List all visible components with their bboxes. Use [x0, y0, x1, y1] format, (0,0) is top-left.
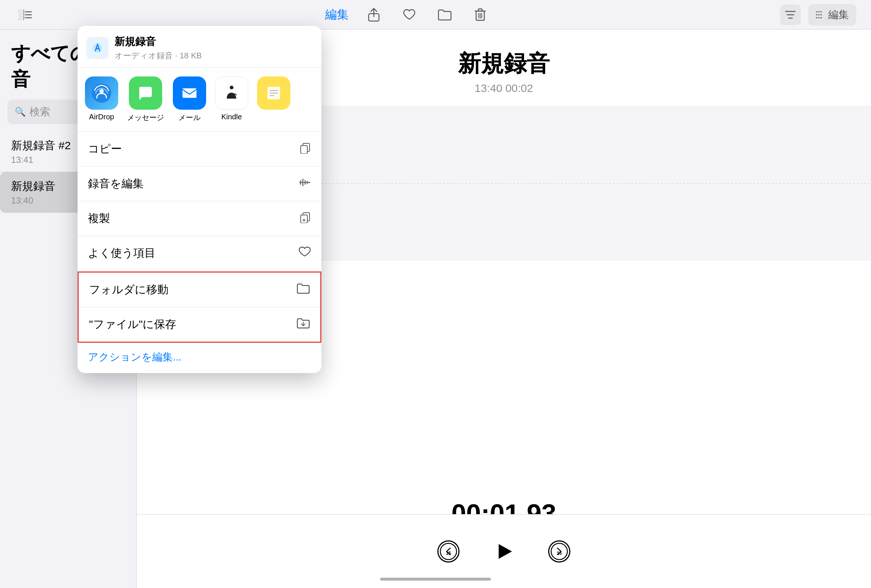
svg-text:15: 15: [446, 551, 451, 556]
favorite-button[interactable]: [399, 4, 420, 25]
mail-label: メール: [178, 113, 201, 123]
delete-button[interactable]: [470, 4, 491, 25]
action-duplicate[interactable]: 複製: [78, 201, 321, 236]
files-save-icon: [296, 318, 310, 331]
action-list: コピー 録音を編集: [78, 132, 321, 343]
app-icons-row: AirDrop メッセージ メール: [78, 67, 321, 132]
svg-point-31: [99, 89, 104, 93]
mail-icon: [173, 76, 206, 110]
home-bar: [380, 578, 491, 581]
share-popup: 新規録音 オーディオ録音 · 18 KB: [78, 26, 321, 373]
kindle-label: Kindle: [221, 113, 242, 121]
highlighted-actions-group: フォルダに移動 "ファイル"に保存: [78, 271, 321, 343]
folder-move-icon: [296, 283, 310, 296]
kindle-icon: [215, 76, 248, 110]
popup-file-name: 新規録音: [115, 35, 202, 49]
messages-label: メッセージ: [127, 113, 164, 123]
action-copy[interactable]: コピー: [78, 132, 321, 166]
app-item-airdrop[interactable]: AirDrop: [85, 76, 118, 123]
action-edit-recording[interactable]: 録音を編集: [78, 166, 321, 201]
sidebar-toggle-button[interactable]: [15, 4, 36, 25]
copy-icon: [299, 142, 311, 156]
toolbar-left: [15, 4, 36, 25]
messages-icon: [129, 76, 162, 110]
heart-icon: [298, 246, 311, 260]
play-button[interactable]: [491, 539, 517, 564]
share-button[interactable]: [364, 4, 384, 25]
edit-actions-link[interactable]: アクションを編集...: [78, 344, 321, 373]
folder-button[interactable]: [434, 4, 455, 25]
app-item-messages[interactable]: メッセージ: [127, 76, 164, 123]
edit-button[interactable]: 編集: [325, 7, 349, 23]
main-recording-title: 新規録音: [458, 48, 550, 79]
popup-file-icon: [87, 37, 109, 59]
search-icon: 🔍: [15, 107, 26, 117]
skip-forward-button[interactable]: 15: [546, 539, 572, 564]
top-toolbar: 編集: [0, 0, 871, 30]
popup-file-meta: オーディオ録音 · 18 KB: [115, 50, 202, 61]
skip-back-button[interactable]: 15: [436, 539, 461, 564]
waveform-edit-icon: [298, 177, 311, 190]
toolbar-center: 編集: [325, 4, 491, 25]
app-item-mail[interactable]: メール: [173, 76, 206, 123]
popup-file-info: 新規録音 オーディオ録音 · 18 KB: [115, 35, 202, 61]
recording-title-area: 新規録音 13:40 00:02: [458, 30, 550, 94]
filter-icon-button[interactable]: [780, 4, 801, 25]
action-move-to-folder[interactable]: フォルダに移動: [79, 272, 320, 307]
app-item-notes[interactable]: [257, 76, 290, 123]
notes-icon: [257, 76, 290, 110]
search-placeholder: 検索: [30, 105, 50, 119]
skip-forward-circle: 15: [548, 540, 570, 563]
airdrop-label: AirDrop: [89, 113, 114, 121]
svg-rect-1: [18, 10, 24, 20]
svg-point-36: [230, 86, 233, 90]
app-item-kindle[interactable]: Kindle: [215, 76, 248, 123]
svg-text:15: 15: [557, 551, 562, 556]
right-edit-label: 編集: [828, 8, 849, 22]
main-recording-time: 13:40 00:02: [458, 82, 550, 94]
popup-header: 新規録音 オーディオ録音 · 18 KB: [78, 26, 321, 67]
right-edit-button[interactable]: 編集: [808, 4, 856, 25]
svg-rect-34: [183, 88, 196, 98]
action-favorite[interactable]: よく使う項目: [78, 236, 321, 271]
action-save-to-files[interactable]: "ファイル"に保存: [79, 307, 320, 342]
svg-marker-25: [499, 544, 512, 559]
airdrop-icon: [85, 76, 118, 110]
toolbar-right: 編集: [780, 4, 856, 25]
duplicate-icon: [299, 211, 311, 226]
svg-rect-43: [301, 145, 307, 154]
transport-controls: 15 15: [137, 514, 871, 588]
skip-back-circle: 15: [437, 540, 459, 563]
